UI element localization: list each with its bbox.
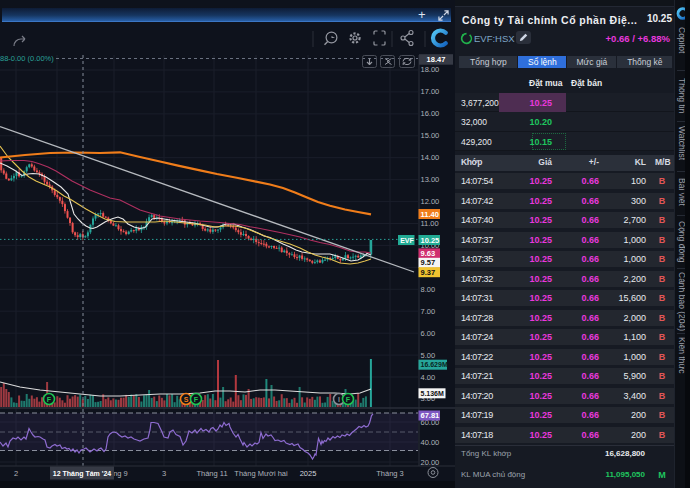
svg-text:5.136M: 5.136M	[421, 390, 445, 397]
svg-text:2: 2	[14, 469, 18, 478]
svg-text:F: F	[47, 396, 52, 403]
svg-text:Tháng Mười hai: Tháng Mười hai	[234, 469, 288, 478]
svg-text:88-0.00 (0.00%): 88-0.00 (0.00%)	[0, 54, 54, 63]
svg-text:11.00: 11.00	[421, 219, 439, 228]
svg-text:20.00: 20.00	[421, 458, 440, 467]
svg-text:Tháng 11: Tháng 11	[196, 469, 227, 478]
svg-text:4.00: 4.00	[421, 373, 436, 382]
svg-text:8.00: 8.00	[421, 285, 436, 294]
svg-text:9.63: 9.63	[421, 249, 436, 258]
svg-text:S: S	[184, 396, 189, 403]
svg-text:67.81: 67.81	[421, 411, 440, 420]
svg-text:16.00: 16.00	[421, 109, 440, 118]
svg-text:12.00: 12.00	[421, 197, 440, 206]
svg-text:11.40: 11.40	[421, 210, 439, 219]
svg-text:9.37: 9.37	[421, 268, 436, 277]
svg-text:9.57: 9.57	[421, 258, 436, 267]
svg-text:10.25: 10.25	[421, 236, 440, 245]
svg-text:EVF: EVF	[400, 237, 414, 244]
svg-text:18.47: 18.47	[427, 55, 446, 64]
svg-text:40.00: 40.00	[421, 438, 440, 447]
svg-text:13.00: 13.00	[421, 175, 440, 184]
svg-text:2025: 2025	[300, 469, 317, 478]
svg-text:Tháng 3: Tháng 3	[376, 469, 404, 478]
svg-text:14.00: 14.00	[421, 153, 440, 162]
svg-text:7.00: 7.00	[421, 307, 436, 316]
svg-text:5.00: 5.00	[421, 351, 436, 360]
svg-text:F: F	[194, 396, 199, 403]
svg-text:17.00: 17.00	[421, 87, 440, 96]
svg-text:16.629M: 16.629M	[421, 361, 448, 368]
svg-text:F: F	[346, 396, 351, 403]
svg-text:3: 3	[162, 469, 166, 478]
svg-text:12 Tháng Tám '24: 12 Tháng Tám '24	[53, 470, 112, 478]
svg-text:18.00: 18.00	[421, 65, 440, 74]
svg-text:15.00: 15.00	[421, 131, 440, 140]
svg-text:I: I	[338, 396, 340, 403]
svg-text:6.00: 6.00	[421, 329, 436, 338]
